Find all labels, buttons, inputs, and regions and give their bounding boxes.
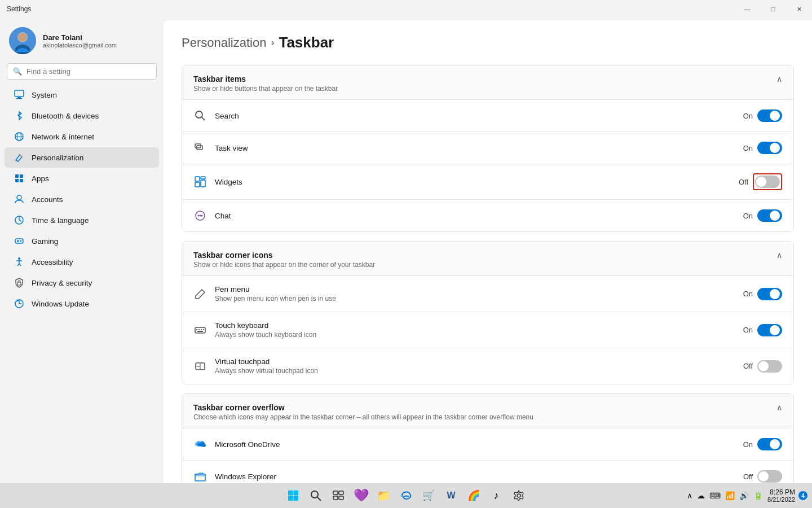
- sidebar-nav: System Bluetooth & devices Network & int…: [0, 84, 164, 314]
- pen-menu-toggle[interactable]: [757, 288, 782, 300]
- svg-rect-58: [294, 496, 299, 501]
- chevron-up-icon[interactable]: ∧: [686, 490, 694, 501]
- setting-left-search: Search: [193, 109, 239, 122]
- sidebar-item-personalization[interactable]: Personalization: [5, 147, 159, 168]
- clock-date: 8/21/2022: [767, 496, 795, 503]
- accounts-icon: [14, 194, 25, 205]
- sidebar-label-system: System: [32, 91, 57, 99]
- sidebar-item-gaming[interactable]: Gaming: [5, 231, 159, 251]
- collapse-corner-overflow[interactable]: ∧: [776, 403, 782, 412]
- explorer-toggle-label: Off: [743, 472, 753, 481]
- svg-rect-5: [15, 90, 24, 97]
- sidebar-item-bluetooth[interactable]: Bluetooth & devices: [5, 106, 159, 126]
- touch-keyboard-toggle-wrapper: On: [743, 324, 782, 336]
- svg-line-60: [317, 497, 321, 501]
- wifi-icon[interactable]: 📶: [724, 490, 736, 501]
- search-input[interactable]: [27, 67, 151, 76]
- setting-row-touch-keyboard: Touch keyboard Always show touch keyboar…: [182, 312, 793, 348]
- search-toggle-wrapper: On: [743, 110, 782, 122]
- svg-rect-46: [196, 329, 197, 330]
- svg-rect-50: [197, 331, 203, 332]
- taskview-setting-icon: [193, 141, 207, 155]
- section-taskbar-corner-overflow: Taskbar corner overflow Choose which ico…: [182, 393, 794, 483]
- setting-left-touch-keyboard: Touch keyboard Always show touch keyboar…: [193, 321, 316, 339]
- sidebar-item-time[interactable]: Time & language: [5, 210, 159, 230]
- taskbar-apps: 💜 📁 🛒 W 🌈 ♪: [283, 485, 529, 506]
- svg-point-26: [18, 257, 20, 260]
- sidebar-label-personalization: Personalization: [32, 154, 83, 162]
- sidebar-label-network: Network & internet: [32, 133, 94, 141]
- virtual-touchpad-toggle-wrapper: Off: [743, 360, 782, 373]
- sidebar-item-update[interactable]: Windows Update: [5, 294, 159, 314]
- system-tray[interactable]: ∧ ☁ ⌨ 📶 🔊 🔋: [686, 490, 764, 501]
- setting-row-widgets: Widgets Off: [182, 164, 793, 200]
- taskbar-time[interactable]: 8:26 PM 8/21/2022: [767, 488, 795, 503]
- setting-left-onedrive: Microsoft OneDrive: [193, 437, 280, 451]
- taskbar-search-button[interactable]: [306, 485, 326, 506]
- sidebar-label-bluetooth: Bluetooth & devices: [32, 112, 99, 120]
- svg-point-65: [517, 494, 520, 497]
- page-header: Personalization › Taskbar: [182, 34, 794, 51]
- maximize-button[interactable]: □: [760, 0, 786, 18]
- explorer-name: Windows Explorer: [215, 472, 276, 481]
- sidebar-item-accessibility[interactable]: Accessibility: [5, 252, 159, 272]
- notification-badge[interactable]: 4: [798, 491, 807, 500]
- user-profile[interactable]: Dare Tolani akinolatolasco@gmail.com: [0, 18, 164, 61]
- svg-rect-37: [195, 177, 200, 181]
- start-button[interactable]: [283, 485, 303, 506]
- sidebar-item-network[interactable]: Network & internet: [5, 126, 159, 147]
- taskbar-explorer-button[interactable]: 📁: [373, 485, 394, 506]
- taskbar-app1-button[interactable]: 🌈: [464, 485, 484, 506]
- volume-icon[interactable]: 🔊: [738, 490, 750, 501]
- cloud-icon[interactable]: ☁: [696, 490, 706, 501]
- taskbar-store-button[interactable]: 🛒: [418, 485, 439, 506]
- main-layout: Dare Tolani akinolatolasco@gmail.com 🔍 S…: [0, 18, 812, 483]
- svg-point-59: [311, 491, 318, 498]
- sidebar-item-apps[interactable]: Apps: [5, 168, 159, 189]
- touch-keyboard-toggle-label: On: [743, 326, 753, 334]
- taskbar-chat-button[interactable]: 💜: [351, 485, 371, 506]
- svg-rect-39: [195, 182, 200, 187]
- taskbar-tiktok-button[interactable]: ♪: [486, 485, 506, 506]
- close-button[interactable]: ✕: [786, 0, 812, 18]
- chat-toggle[interactable]: [757, 209, 782, 222]
- sidebar-item-system[interactable]: System: [5, 85, 159, 105]
- widgets-toggle[interactable]: [755, 176, 780, 188]
- onedrive-toggle[interactable]: [757, 438, 782, 450]
- section-desc-taskbar-items: Show or hide buttons that appear on the …: [193, 85, 338, 93]
- touch-keyboard-toggle[interactable]: [757, 324, 782, 336]
- taskbar-taskview-button[interactable]: [328, 485, 348, 506]
- section-taskbar-items-header: Taskbar items Show or hide buttons that …: [182, 65, 793, 100]
- setting-left-virtual-touchpad: Virtual touchpad Always show virtual tou…: [193, 357, 318, 375]
- network-icon: [14, 131, 25, 142]
- svg-rect-16: [20, 179, 23, 182]
- taskbar-settings-button[interactable]: [509, 485, 529, 506]
- svg-line-12: [20, 155, 22, 157]
- taskview-toggle[interactable]: [757, 142, 782, 154]
- battery-icon[interactable]: 🔋: [752, 490, 764, 501]
- sidebar-item-accounts[interactable]: Accounts: [5, 189, 159, 209]
- minimize-button[interactable]: —: [734, 0, 760, 18]
- search-box[interactable]: 🔍: [7, 63, 157, 80]
- sidebar-label-time: Time & language: [32, 216, 89, 225]
- setting-row-pen-menu: Pen menu Show pen menu icon when pen is …: [182, 276, 793, 312]
- svg-rect-6: [17, 97, 21, 98]
- keyboard-icon[interactable]: ⌨: [708, 490, 722, 501]
- taskview-toggle-label: On: [743, 144, 753, 152]
- search-toggle[interactable]: [757, 110, 782, 122]
- collapse-taskbar-items[interactable]: ∧: [776, 75, 782, 84]
- avatar: [9, 27, 36, 54]
- setting-left-chat: Chat: [193, 209, 231, 222]
- virtual-touchpad-toggle[interactable]: [757, 360, 782, 373]
- chat-toggle-wrapper: On: [743, 209, 782, 222]
- collapse-corner-icons[interactable]: ∧: [776, 251, 782, 260]
- svg-rect-57: [288, 496, 293, 501]
- breadcrumb-parent[interactable]: Personalization: [182, 36, 266, 50]
- taskbar-edge-button[interactable]: [396, 485, 416, 506]
- sidebar-item-privacy[interactable]: Privacy & security: [5, 273, 159, 293]
- taskbar-word-button[interactable]: W: [441, 485, 461, 506]
- privacy-icon: [14, 277, 25, 288]
- explorer-toggle[interactable]: [757, 470, 782, 483]
- svg-rect-55: [288, 491, 293, 496]
- personalization-icon: [14, 152, 25, 163]
